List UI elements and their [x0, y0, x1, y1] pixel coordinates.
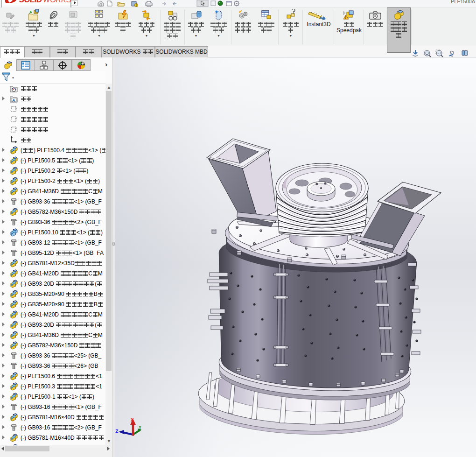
svg-text:!: ! [345, 16, 346, 19]
svg-text:X: X [131, 417, 134, 423]
svg-text:Y: Y [139, 425, 141, 430]
svg-text:A: A [12, 98, 15, 103]
svg-text:!: ! [136, 4, 137, 7]
svg-text:Z: Z [115, 429, 119, 434]
